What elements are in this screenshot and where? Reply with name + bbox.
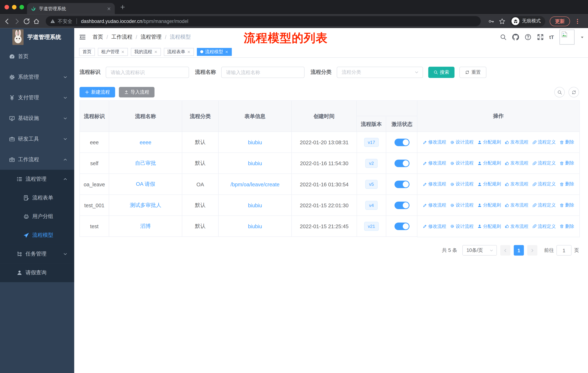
prev-page-button[interactable] bbox=[500, 245, 511, 256]
action-设计流程[interactable]: 设计流程 bbox=[450, 181, 474, 187]
form-link[interactable]: biubiu bbox=[248, 202, 262, 208]
breadcrumb-item[interactable]: 首页 bbox=[93, 34, 103, 40]
action-分配规则[interactable]: 分配规则 bbox=[477, 181, 501, 187]
active-toggle[interactable] bbox=[394, 138, 409, 146]
action-删除[interactable]: 删除 bbox=[560, 160, 574, 166]
sidebar-logo[interactable]: 芋道管理系统 bbox=[0, 28, 74, 46]
action-发布流程[interactable]: 发布流程 bbox=[505, 202, 528, 208]
user-avatar[interactable] bbox=[560, 30, 575, 45]
process-name-link[interactable]: OA 请假 bbox=[136, 181, 155, 188]
action-修改流程[interactable]: 修改流程 bbox=[423, 181, 446, 187]
back-icon[interactable] bbox=[4, 18, 10, 25]
action-流程定义[interactable]: 流程定义 bbox=[532, 181, 556, 187]
page-number-button[interactable]: 1 bbox=[514, 245, 524, 256]
action-删除[interactable]: 删除 bbox=[560, 223, 574, 230]
form-link[interactable]: biubiu bbox=[248, 160, 262, 166]
tag-tab-我的流程[interactable]: 我的流程 bbox=[131, 48, 161, 56]
action-删除[interactable]: 删除 bbox=[560, 139, 574, 145]
action-修改流程[interactable]: 修改流程 bbox=[423, 160, 446, 166]
tag-close-icon[interactable] bbox=[225, 50, 228, 53]
process-name-link[interactable]: eeee bbox=[140, 139, 151, 145]
action-分配规则[interactable]: 分配规则 bbox=[477, 160, 501, 166]
active-toggle[interactable] bbox=[394, 222, 409, 230]
sidebar-item-研发工具[interactable]: 研发工具 bbox=[0, 129, 74, 149]
action-设计流程[interactable]: 设计流程 bbox=[450, 223, 474, 230]
action-设计流程[interactable]: 设计流程 bbox=[450, 160, 474, 166]
search-icon[interactable] bbox=[500, 34, 506, 40]
toggle-search-button[interactable] bbox=[554, 87, 565, 97]
sidebar-item-支付管理[interactable]: 支付管理 bbox=[0, 87, 74, 108]
url-bar[interactable]: 不安全 dashboard.yudao.iocoder.cn/bpm/manag… bbox=[46, 16, 481, 26]
next-page-button[interactable] bbox=[527, 245, 537, 256]
action-修改流程[interactable]: 修改流程 bbox=[423, 223, 446, 230]
update-button[interactable]: 更新 bbox=[550, 16, 570, 26]
search-button[interactable]: 搜索 bbox=[428, 67, 455, 78]
action-修改流程[interactable]: 修改流程 bbox=[423, 202, 446, 208]
sidebar-item-工作流程[interactable]: 工作流程 bbox=[0, 149, 74, 170]
active-toggle[interactable] bbox=[394, 181, 409, 188]
form-link[interactable]: biubiu bbox=[248, 139, 262, 145]
sidebar-item-首页[interactable]: 首页 bbox=[0, 46, 74, 67]
sidebar-item-流程模型[interactable]: 流程模型 bbox=[0, 226, 74, 245]
bookmark-star-icon[interactable] bbox=[499, 18, 505, 25]
collapse-sidebar-icon[interactable] bbox=[79, 34, 86, 40]
tag-tab-流程表单[interactable]: 流程表单 bbox=[164, 48, 194, 56]
action-发布流程[interactable]: 发布流程 bbox=[505, 181, 528, 187]
tag-close-icon[interactable] bbox=[154, 50, 158, 53]
action-分配规则[interactable]: 分配规则 bbox=[477, 223, 501, 230]
action-流程定义[interactable]: 流程定义 bbox=[532, 139, 556, 145]
goto-page-input[interactable] bbox=[556, 245, 571, 256]
process-name-link[interactable]: 测试多审批人 bbox=[130, 202, 161, 209]
page-size-select[interactable]: 10条/页 bbox=[462, 245, 497, 256]
active-toggle[interactable] bbox=[394, 202, 409, 209]
action-修改流程[interactable]: 修改流程 bbox=[423, 139, 446, 145]
form-link[interactable]: /bpm/oa/leave/create bbox=[231, 181, 280, 187]
form-link[interactable]: biubiu bbox=[248, 223, 262, 229]
active-toggle[interactable] bbox=[394, 159, 409, 167]
help-icon[interactable] bbox=[525, 34, 531, 40]
close-window-button[interactable] bbox=[5, 5, 9, 10]
sidebar-item-系统管理[interactable]: 系统管理 bbox=[0, 67, 74, 87]
new-tab-button[interactable] bbox=[120, 5, 125, 10]
sidebar-item-流程管理[interactable]: 流程管理 bbox=[0, 170, 74, 189]
refresh-table-button[interactable] bbox=[568, 87, 579, 97]
github-icon[interactable] bbox=[512, 34, 519, 40]
sidebar-item-流程表单[interactable]: 流程表单 bbox=[0, 189, 74, 207]
sidebar-item-请假查询[interactable]: 请假查询 bbox=[0, 263, 74, 282]
action-发布流程[interactable]: 发布流程 bbox=[505, 139, 528, 145]
font-size-icon[interactable]: tT bbox=[549, 34, 554, 40]
tab-close-icon[interactable] bbox=[107, 7, 111, 11]
filter-key-input[interactable] bbox=[106, 67, 189, 78]
filter-category-select[interactable]: 流程分类 bbox=[337, 67, 423, 78]
tag-tab-租户管理[interactable]: 租户管理 bbox=[98, 48, 128, 56]
browser-tab[interactable]: 芋道管理系统 bbox=[27, 3, 115, 14]
tag-close-icon[interactable] bbox=[121, 50, 125, 53]
fullscreen-icon[interactable] bbox=[537, 34, 544, 40]
key-icon[interactable] bbox=[488, 18, 494, 24]
minimize-window-button[interactable] bbox=[12, 5, 17, 10]
action-删除[interactable]: 删除 bbox=[560, 202, 574, 208]
tag-close-icon[interactable] bbox=[187, 50, 191, 53]
tag-tab-流程模型[interactable]: 流程模型 bbox=[197, 48, 232, 56]
sidebar-item-任务管理[interactable]: 任务管理 bbox=[0, 245, 74, 263]
breadcrumb-item[interactable]: 工作流程 bbox=[111, 34, 132, 40]
reset-button[interactable]: 重置 bbox=[459, 67, 486, 78]
action-设计流程[interactable]: 设计流程 bbox=[450, 139, 474, 145]
avatar-caret-icon[interactable] bbox=[580, 35, 584, 39]
tag-tab-首页[interactable]: 首页 bbox=[79, 48, 95, 56]
create-process-button[interactable]: 新建流程 bbox=[79, 87, 115, 97]
action-分配规则[interactable]: 分配规则 bbox=[477, 139, 501, 145]
window-controls[interactable] bbox=[5, 5, 24, 10]
forward-icon[interactable] bbox=[13, 18, 20, 25]
import-process-button[interactable]: 导入流程 bbox=[119, 87, 154, 97]
action-发布流程[interactable]: 发布流程 bbox=[505, 160, 528, 166]
home-icon[interactable] bbox=[33, 18, 40, 25]
breadcrumb-item[interactable]: 流程管理 bbox=[141, 34, 161, 40]
reload-icon[interactable] bbox=[23, 18, 30, 25]
sidebar-item-用户分组[interactable]: 用户分组 bbox=[0, 207, 74, 226]
sidebar-item-基础设施[interactable]: 基础设施 bbox=[0, 108, 74, 129]
action-删除[interactable]: 删除 bbox=[560, 181, 574, 187]
action-设计流程[interactable]: 设计流程 bbox=[450, 202, 474, 208]
process-name-link[interactable]: 滔博 bbox=[140, 223, 151, 230]
action-流程定义[interactable]: 流程定义 bbox=[532, 160, 556, 166]
